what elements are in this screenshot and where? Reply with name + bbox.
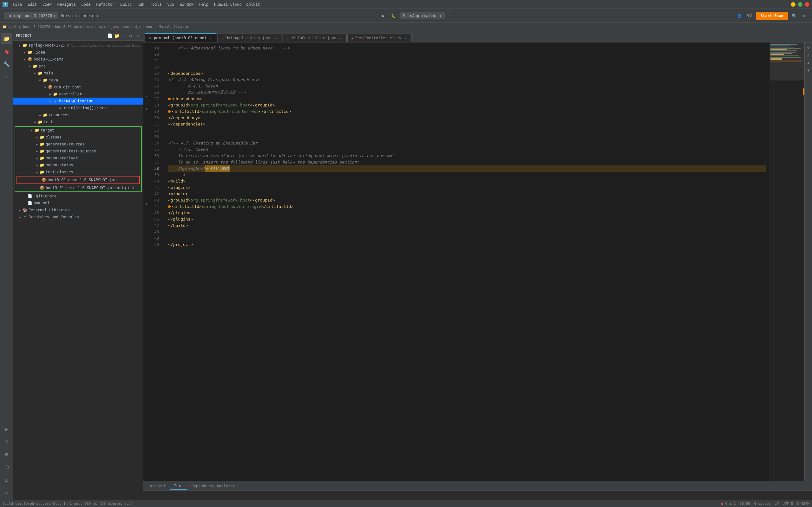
profile-button[interactable]: 👤 [736, 12, 744, 20]
run-config-selector[interactable]: MainApplication ▾ [400, 12, 445, 19]
activity-structure-icon[interactable]: 🔧 [1, 58, 12, 70]
menu-window[interactable]: Window [177, 2, 196, 7]
menu-run[interactable]: Run [135, 2, 147, 7]
activity-git-icon[interactable]: ⌥ [1, 436, 12, 447]
gutter-settings-icon[interactable]: ⚙ [805, 44, 812, 51]
menu-vcs[interactable]: VCS [165, 2, 177, 7]
status-errors[interactable]: ● 0 ⚠ 1 [721, 502, 735, 506]
menu-file[interactable]: File [10, 2, 24, 7]
tree-classes[interactable]: ▶ 📁 classes [15, 134, 141, 141]
status-indent[interactable]: 4 spaces [754, 502, 771, 506]
activity-run-icon[interactable]: ▶ [1, 424, 12, 435]
project-selector[interactable]: spring-boot-3-202376 ▾ [4, 12, 58, 19]
activity-debug-icon[interactable]: ⬡ [1, 461, 12, 473]
tree-external-libs[interactable]: ▶ 📚 External Libraries [13, 207, 143, 214]
start-exam-button[interactable]: Start Exam [756, 12, 788, 20]
menu-code[interactable]: Code [79, 2, 93, 7]
tree-generated-sources[interactable]: ▶ 📁 generated-sources [15, 141, 141, 148]
version-control-selector[interactable]: Version control ▾ [61, 14, 99, 18]
status-line-sep[interactable]: LF [774, 502, 779, 506]
tree-test-classes[interactable]: ▶ 📁 test-classes [15, 169, 141, 176]
tab-main-app[interactable]: ☕ MainApplication.java ✕ [217, 34, 282, 42]
tree-generated-test-sources[interactable]: ▶ 📁 generated-test-sources [15, 148, 141, 155]
tree-module-icon: 📦 [27, 57, 32, 62]
sidebar-new-folder-btn[interactable]: 📁 [114, 33, 119, 39]
search-button[interactable]: 🔍 [791, 12, 798, 20]
run-button[interactable]: ▶ [380, 12, 387, 20]
status-build-message[interactable]: Build completed successfully in 1 sec, 3… [3, 502, 133, 506]
breadcrumb-src[interactable]: src [87, 25, 93, 29]
menu-navigate[interactable]: Navigate [55, 2, 78, 7]
tree-gitignore[interactable]: 📄 .gitignore [13, 193, 143, 200]
tab-pom-xml-close[interactable]: ✕ [208, 36, 213, 40]
menu-help[interactable]: Help [197, 2, 211, 7]
breadcrumb-boot[interactable]: boot [146, 25, 154, 29]
sidebar-settings-btn[interactable]: ⚙ [128, 33, 134, 39]
tree-root[interactable]: ▼ 📁 spring-boot-3-202376 D:\project\Idea… [13, 42, 143, 49]
breadcrumb-java[interactable]: java [111, 25, 119, 29]
breadcrumb-djc[interactable]: djc [135, 25, 141, 29]
tree-maven-status[interactable]: ▶ 📁 maven-status [15, 162, 141, 169]
bottom-tab-project[interactable]: project [146, 483, 170, 490]
tree-main-method[interactable]: ◈ main(String[]):void [13, 105, 143, 112]
gutter-warning-icon[interactable]: ⚠ [805, 52, 812, 58]
breadcrumb-class[interactable]: MainApplication [159, 25, 190, 29]
breadcrumb-main[interactable]: main [98, 25, 106, 29]
bottom-tab-dependency[interactable]: Dependency Analyzer [188, 483, 239, 490]
menu-refactor[interactable]: Refactor [94, 2, 117, 7]
activity-problems-icon[interactable]: ⚠ [1, 487, 12, 498]
sidebar-close-btn[interactable]: ✕ [135, 33, 141, 39]
menu-edit[interactable]: Edit [25, 2, 39, 7]
tree-module[interactable]: ▼ 📦 boot3-01-demo [13, 56, 143, 63]
tab-rest-close[interactable]: ✕ [403, 36, 408, 40]
sidebar-new-file-btn[interactable]: 📄 [107, 33, 113, 39]
activity-project-icon[interactable]: 📁 [1, 33, 12, 44]
activity-todo-icon[interactable]: ☑ [1, 474, 12, 486]
tab-hello-close[interactable]: ✕ [338, 36, 343, 40]
tree-main[interactable]: ▼ 📁 main [13, 70, 143, 77]
debug-button[interactable]: 🐛 [390, 12, 397, 20]
gutter-up-icon[interactable]: ▲ [805, 60, 812, 66]
status-encoding[interactable]: UTF-8 [782, 502, 793, 506]
status-position[interactable]: 38:50 [740, 502, 750, 506]
code-editor[interactable]: <!-- Additional lines to be added here..… [164, 43, 769, 481]
tree-jar-original[interactable]: 📦 boot3-01-demo-1.0-SNAPSHOT.jar.origina… [15, 184, 141, 191]
breadcrumb-module[interactable]: boot3-01-demo [55, 25, 82, 29]
tree-scratches[interactable]: ▶ ≡ Scratches and Consoles [13, 214, 143, 221]
tab-pom-xml[interactable]: 🗎 pom.xml (boot3-01-demo) ✕ [145, 33, 217, 42]
tree-java-folder[interactable]: ▼ 📁 java [13, 77, 143, 83]
tree-package[interactable]: ▼ 📦 com.djc.boot [13, 83, 143, 91]
tab-hello-ctrl[interactable]: ☕ HelloController.java ✕ [283, 34, 347, 42]
menu-tools[interactable]: Tools [148, 2, 164, 7]
maximize-button[interactable] [798, 2, 803, 7]
activity-terminal-icon[interactable]: ⊞ [1, 449, 12, 460]
menu-huawei[interactable]: Huawei Cloud Toolkit [212, 2, 263, 7]
tree-idea[interactable]: ▶ 📁 .idea [13, 49, 143, 56]
gutter-down-icon[interactable]: ▼ [805, 67, 812, 73]
activity-more-icon[interactable]: ⋯ [1, 71, 12, 82]
translate-button[interactable]: A文 [746, 12, 754, 20]
tree-controller[interactable]: ▶ 📁 controller [13, 91, 143, 98]
settings-button[interactable]: ⚙ [801, 12, 808, 20]
bottom-tab-text[interactable]: Text [170, 482, 187, 490]
tree-jar-file[interactable]: 📦 boot3-01-demo-1.0-SNAPSHOT.jar [17, 176, 139, 183]
menu-view[interactable]: View [40, 2, 54, 7]
tree-resources[interactable]: ▶ 📁 resources [13, 112, 143, 118]
sidebar-collapse-btn[interactable]: ⊟ [121, 33, 126, 39]
breadcrumb-project[interactable]: spring-boot-3-202376 [8, 25, 50, 29]
tab-rest-ctrl[interactable]: ◈ RestController.class ✕ [347, 34, 412, 42]
menu-build[interactable]: Build [118, 2, 134, 7]
minimize-button[interactable] [791, 2, 796, 7]
tree-test[interactable]: ▶ 📁 test [13, 118, 143, 125]
more-options-button[interactable]: ⋯ [447, 12, 455, 20]
tree-main-application[interactable]: ▼ ◉ MainApplication [13, 98, 143, 105]
ln-22: 22 [150, 64, 161, 70]
activity-bookmark-icon[interactable]: 🔖 [1, 46, 12, 57]
breadcrumb-com[interactable]: com [124, 25, 131, 29]
tree-src[interactable]: ▼ 📁 src [13, 63, 143, 70]
tree-pom[interactable]: 📄 pom.xml [13, 200, 143, 207]
tab-main-app-close[interactable]: ✕ [273, 36, 278, 40]
tree-maven-archiver[interactable]: ▶ 📁 maven-archiver [15, 155, 141, 162]
close-button[interactable] [805, 2, 809, 7]
tree-target[interactable]: ▼ 📁 target [15, 127, 141, 134]
